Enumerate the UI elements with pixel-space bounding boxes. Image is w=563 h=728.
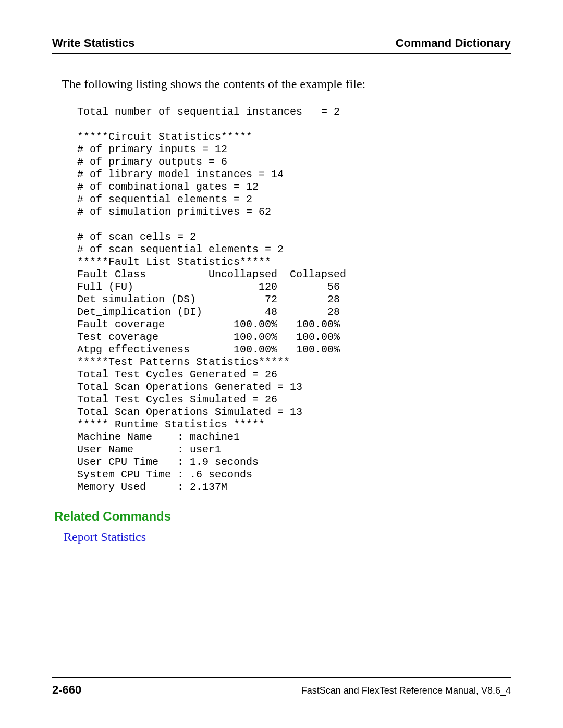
example-listing: Total number of sequential instances = 2… — [77, 106, 511, 493]
intro-text: The following listing shows the contents… — [62, 77, 511, 91]
page-footer: 2-660 FastScan and FlexTest Reference Ma… — [52, 677, 511, 697]
page-number: 2-660 — [52, 683, 81, 697]
related-command-link[interactable]: Report Statistics — [64, 530, 511, 544]
related-commands-heading: Related Commands — [54, 509, 511, 524]
header-section-title: Write Statistics — [52, 36, 135, 50]
manual-name: FastScan and FlexTest Reference Manual, … — [301, 685, 511, 696]
page-header: Write Statistics Command Dictionary — [52, 36, 511, 54]
header-chapter-title: Command Dictionary — [396, 36, 511, 50]
